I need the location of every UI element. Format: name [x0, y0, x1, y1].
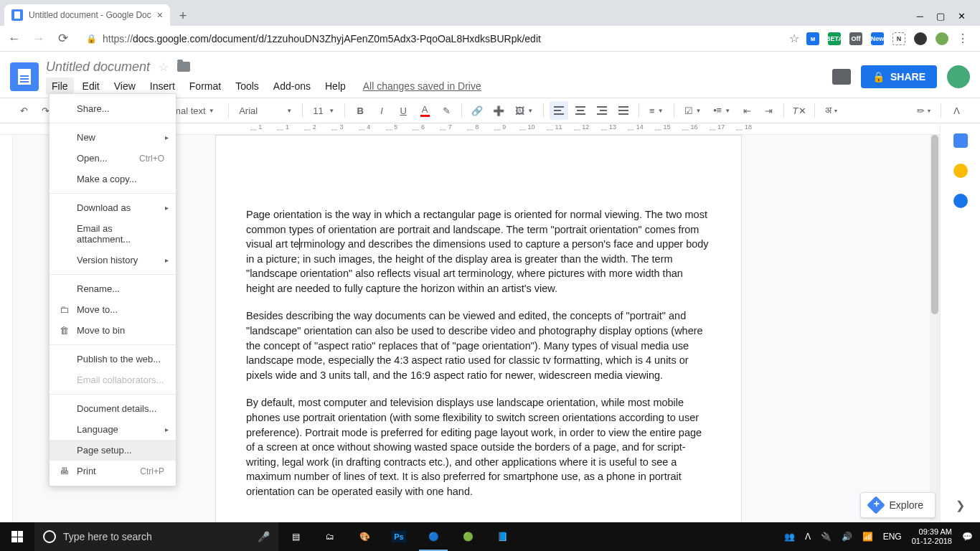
utorrent-icon[interactable]: 🟢: [451, 522, 485, 551]
start-button[interactable]: [0, 522, 34, 551]
checklist-dropdown[interactable]: ☑▼: [680, 105, 706, 116]
menu-version-history[interactable]: Version history: [50, 250, 176, 270]
comments-icon[interactable]: [832, 69, 851, 85]
back-button[interactable]: ←: [6, 32, 23, 46]
font-size-dropdown[interactable]: 11▼: [308, 105, 339, 116]
chrome-icon[interactable]: 🔵: [416, 522, 451, 551]
menu-view[interactable]: View: [108, 77, 141, 95]
forward-button[interactable]: →: [30, 32, 47, 46]
mic-icon[interactable]: 🎤: [258, 531, 270, 542]
insert-comment-button[interactable]: ➕: [489, 101, 508, 120]
account-avatar[interactable]: [947, 65, 970, 88]
new-tab-button[interactable]: +: [173, 6, 193, 26]
vertical-ruler[interactable]: [0, 135, 13, 522]
reload-button[interactable]: ⟳: [55, 31, 72, 46]
menu-file[interactable]: File: [46, 77, 74, 95]
scrollbar-thumb[interactable]: [931, 135, 938, 314]
expand-side-panel-icon[interactable]: ❯: [956, 499, 965, 512]
bookmark-star-icon[interactable]: ☆: [789, 32, 799, 45]
menu-print[interactable]: 🖶PrintCtrl+P: [50, 461, 176, 481]
minimize-button[interactable]: ─: [917, 11, 923, 22]
increase-indent-button[interactable]: ⇥: [759, 101, 778, 120]
tasks-addon-icon[interactable]: [953, 194, 968, 208]
menu-format[interactable]: Format: [184, 77, 227, 95]
align-justify-button[interactable]: [614, 101, 633, 120]
extension-off-icon[interactable]: Off: [849, 32, 862, 45]
bold-button[interactable]: B: [351, 101, 369, 120]
menu-document-details[interactable]: Document details...: [50, 398, 176, 419]
extension-beta-icon[interactable]: BETA: [828, 32, 841, 45]
menu-move-to[interactable]: 🗀Move to...: [50, 299, 176, 320]
menu-insert[interactable]: Insert: [144, 77, 181, 95]
align-left-button[interactable]: [550, 101, 568, 120]
decrease-indent-button[interactable]: ⇤: [738, 101, 756, 120]
menu-share[interactable]: Share...: [50, 98, 176, 119]
highlight-button[interactable]: ✎: [437, 101, 456, 120]
menu-download-as[interactable]: Download as: [50, 197, 176, 218]
text-color-button[interactable]: A: [415, 101, 434, 120]
app-icon[interactable]: 🎨: [347, 522, 382, 551]
move-folder-icon[interactable]: [177, 62, 190, 72]
menu-publish-web[interactable]: Publish to the web...: [50, 349, 176, 369]
menu-tools[interactable]: Tools: [230, 77, 265, 95]
font-dropdown[interactable]: Arial▼: [235, 105, 296, 116]
insert-image-dropdown[interactable]: 🖼▼: [511, 105, 537, 116]
clear-formatting-button[interactable]: T✕: [790, 101, 809, 120]
menu-email-attachment[interactable]: Email as attachment...: [50, 218, 176, 250]
document-title[interactable]: Untitled document: [46, 60, 150, 75]
menu-rename[interactable]: Rename...: [50, 278, 176, 299]
menu-new[interactable]: New: [50, 127, 176, 148]
power-icon[interactable]: 🔌: [821, 532, 831, 542]
notifications-icon[interactable]: 💬: [962, 532, 973, 542]
share-button[interactable]: 🔒 SHARE: [861, 65, 937, 88]
star-document-icon[interactable]: ☆: [159, 60, 169, 74]
file-explorer-icon[interactable]: 🗂: [313, 522, 347, 551]
tray-expand-icon[interactable]: ᐱ: [805, 532, 811, 542]
italic-button[interactable]: I: [372, 101, 391, 120]
browser-tab[interactable]: Untitled document - Google Doc ×: [4, 4, 170, 26]
notepad-icon[interactable]: 📘: [485, 522, 519, 551]
menu-help[interactable]: Help: [319, 77, 352, 95]
line-spacing-dropdown[interactable]: ≡▼: [645, 105, 668, 116]
paragraph[interactable]: By default, most computer and television…: [246, 395, 711, 499]
extension-icon[interactable]: м: [806, 32, 819, 45]
extension-n-icon[interactable]: N: [892, 32, 905, 45]
chrome-menu-icon[interactable]: ⋮: [957, 32, 969, 45]
scrollbar-track[interactable]: [930, 135, 940, 522]
save-status[interactable]: All changes saved in Drive: [363, 77, 481, 95]
clock[interactable]: 09:39 AM01-12-2018: [912, 527, 952, 546]
wifi-icon[interactable]: 📶: [862, 532, 873, 542]
menu-addons[interactable]: Add-ons: [268, 77, 316, 95]
bulleted-list-dropdown[interactable]: ⦁≡▼: [709, 105, 735, 116]
menu-language[interactable]: Language: [50, 419, 176, 440]
align-right-button[interactable]: [593, 101, 611, 120]
paragraph[interactable]: Page orientation is the way in which a r…: [246, 207, 711, 296]
task-view-icon[interactable]: ▤: [278, 522, 313, 551]
underline-button[interactable]: U: [394, 101, 413, 120]
menu-move-to-bin[interactable]: 🗑Move to bin: [50, 320, 176, 341]
menu-page-setup[interactable]: Page setup...: [50, 440, 176, 461]
align-center-button[interactable]: [571, 101, 590, 120]
document-page[interactable]: Page orientation is the way in which a r…: [215, 135, 742, 522]
tab-close-icon[interactable]: ×: [157, 9, 163, 21]
language-indicator[interactable]: ENG: [883, 532, 902, 542]
collapse-toolbar-button[interactable]: ᐱ: [947, 101, 966, 120]
taskbar-search[interactable]: Type here to search 🎤: [34, 522, 278, 551]
extension-new-icon[interactable]: New: [871, 32, 884, 45]
editing-mode-dropdown[interactable]: ✏▾: [913, 105, 935, 116]
undo-button[interactable]: ↶: [14, 101, 33, 120]
input-tools-dropdown[interactable]: अ▾: [821, 105, 842, 116]
calendar-addon-icon[interactable]: [953, 133, 968, 148]
extension-round-icon[interactable]: [914, 32, 927, 45]
insert-link-button[interactable]: 🔗: [468, 101, 486, 120]
docs-logo-icon[interactable]: [10, 62, 39, 91]
explore-button[interactable]: Explore: [860, 492, 936, 518]
volume-icon[interactable]: 🔊: [842, 532, 852, 542]
people-icon[interactable]: 👥: [784, 532, 795, 542]
close-window-button[interactable]: ✕: [958, 11, 966, 22]
keep-addon-icon[interactable]: [953, 164, 968, 178]
paragraph[interactable]: Besides describing the way documents can…: [246, 309, 711, 382]
menu-edit[interactable]: Edit: [77, 77, 105, 95]
url-field[interactable]: 🔒 https://docs.google.com/document/d/1zz…: [79, 29, 782, 49]
maximize-button[interactable]: ▢: [936, 11, 945, 22]
